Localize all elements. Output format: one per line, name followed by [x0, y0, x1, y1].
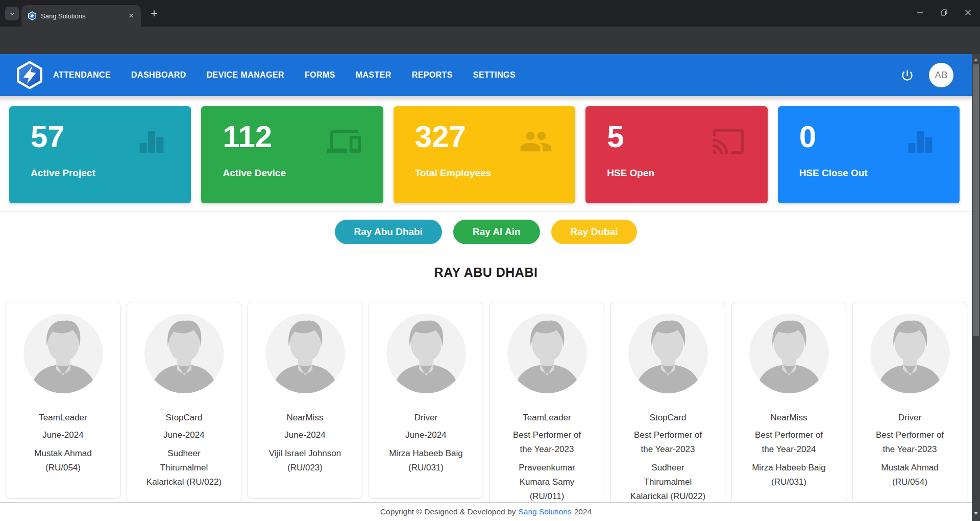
employee-cards-row: TeamLeader June-2024 Mustak Ahmad (RU/05…	[6, 302, 967, 517]
window-restore-button[interactable]	[932, 0, 956, 25]
logout-power-icon[interactable]	[900, 68, 914, 82]
page-scrollbar[interactable]	[972, 54, 980, 521]
window-close-button[interactable]	[956, 0, 980, 25]
stat-label: Active Project	[31, 168, 191, 179]
browser-tab[interactable]: Sang Solutions ×	[21, 5, 141, 27]
employee-card[interactable]: StopCard June-2024 Sudheer Thirumalmel K…	[127, 302, 241, 503]
location-button[interactable]: Ray Abu Dhabi	[335, 220, 442, 244]
person-avatar-placeholder	[628, 314, 708, 393]
tab-close-icon[interactable]: ×	[127, 11, 136, 20]
person-avatar-placeholder	[507, 314, 587, 393]
employee-role: Driver	[375, 411, 477, 425]
devices-icon	[327, 125, 361, 158]
tab-search-button[interactable]	[5, 7, 19, 20]
stat-icon-wrap	[135, 125, 168, 158]
employee-card[interactable]: TeamLeader Best Performer of the Year-20…	[489, 302, 604, 517]
bar-chart-icon	[135, 125, 168, 158]
people-icon	[519, 125, 553, 158]
employee-period: June-2024	[25, 428, 102, 442]
minimize-icon	[917, 9, 923, 16]
person-avatar-placeholder	[870, 314, 950, 393]
employee-name: Mirza Habeeb Baig (RU/031)	[751, 461, 827, 489]
stat-icon-wrap	[519, 125, 553, 158]
employee-name: Sudheer Thirumalmel Kalarickal (RU/022)	[630, 461, 706, 504]
scrollbar-down-arrow-icon[interactable]	[974, 512, 978, 515]
browser-toolbar: Not secure 103.120.178.195:90/home V	[0, 27, 980, 54]
location-buttons-row: Ray Abu Dhabi Ray Al Ain Ray Dubai	[0, 220, 972, 244]
employee-card[interactable]: NearMiss June-2024 Vijil Israel Johnson …	[248, 302, 362, 499]
scrollbar-thumb[interactable]	[973, 64, 979, 336]
stat-card[interactable]: 327 Total Employees	[394, 106, 575, 203]
scrollbar-up-arrow-icon[interactable]	[974, 58, 978, 61]
employee-card[interactable]: TeamLeader June-2024 Mustak Ahmad (RU/05…	[6, 302, 120, 499]
employee-period: Best Performer of the Year-2024	[751, 428, 827, 457]
favicon-sang-solutions	[28, 11, 37, 20]
new-tab-button[interactable]: +	[148, 8, 160, 20]
employee-period: Best Performer of the Year-2023	[509, 428, 585, 457]
employee-card[interactable]: Driver June-2024 Mirza Habeeb Baig (RU/0…	[369, 302, 483, 499]
chevron-down-icon	[9, 10, 16, 17]
employee-name: Sudheer Thirumalmel Kalarickal (RU/022)	[146, 446, 223, 489]
employee-name: Mustak Ahmad (RU/054)	[872, 461, 948, 489]
location-button[interactable]: Ray Al Ain	[453, 220, 540, 244]
employee-name: Mirza Habeeb Baig (RU/031)	[388, 446, 464, 475]
app-logo[interactable]	[15, 60, 44, 90]
restore-icon	[941, 9, 947, 16]
person-avatar-placeholder	[386, 314, 466, 393]
person-avatar-placeholder	[23, 314, 103, 393]
employee-period: Best Performer of the Year-2023	[630, 428, 706, 457]
stat-card[interactable]: 112 Active Device	[201, 106, 383, 203]
employee-period: Best Performer of the Year-2023	[872, 428, 948, 457]
stat-card[interactable]: 5 HSE Open	[585, 106, 767, 203]
nav-menu-item[interactable]: ATTENDANCE	[53, 70, 111, 80]
nav-menu-item[interactable]: DASHBOARD	[131, 70, 186, 80]
employee-period: June-2024	[388, 428, 464, 442]
employee-role: StopCard	[133, 411, 235, 425]
stat-label: HSE Close Out	[799, 168, 960, 179]
stat-card[interactable]: 57 Active Project	[9, 106, 191, 203]
employee-card[interactable]: StopCard Best Performer of the Year-2023…	[610, 302, 725, 517]
browser-tab-strip: Sang Solutions × +	[0, 0, 980, 27]
location-button[interactable]: Ray Dubai	[551, 220, 638, 244]
footer: Copyright © Designed & Developed by Sang…	[0, 502, 972, 521]
bar-chart-icon	[903, 125, 937, 158]
stat-card[interactable]: 0 HSE Close Out	[778, 106, 960, 203]
employee-card[interactable]: Driver Best Performer of the Year-2023 M…	[852, 302, 967, 503]
nav-menu-item[interactable]: SETTINGS	[473, 70, 516, 80]
close-icon	[965, 9, 971, 16]
employee-card[interactable]: NearMiss Best Performer of the Year-2024…	[731, 302, 846, 503]
user-avatar[interactable]: AB	[929, 63, 953, 87]
employee-role: NearMiss	[254, 411, 356, 425]
stat-label: Active Device	[223, 168, 383, 179]
footer-year: 2024	[574, 507, 592, 516]
window-controls	[908, 0, 980, 25]
section-divider	[0, 211, 972, 212]
nav-menu-item[interactable]: FORMS	[305, 70, 335, 80]
tab-title: Sang Solutions	[41, 12, 122, 20]
main-menu: ATTENDANCEDASHBOARDDEVICE MANAGERFORMSMA…	[53, 54, 516, 96]
person-avatar-placeholder	[749, 314, 829, 393]
nav-menu-item[interactable]: DEVICE MANAGER	[207, 70, 284, 80]
employee-role: StopCard	[617, 411, 719, 425]
person-avatar-placeholder	[265, 314, 345, 393]
app-navbar: ATTENDANCEDASHBOARDDEVICE MANAGERFORMSMA…	[0, 54, 972, 96]
employee-period: June-2024	[146, 428, 223, 442]
stat-icon-wrap	[712, 125, 745, 158]
employee-period: June-2024	[267, 428, 344, 442]
stat-icon-wrap	[903, 125, 937, 158]
employee-role: TeamLeader	[12, 411, 114, 425]
stat-label: Total Employees	[415, 168, 575, 179]
employee-name: Vijil Israel Johnson (RU/023)	[267, 446, 344, 475]
window-minimize-button[interactable]	[908, 0, 932, 25]
footer-link[interactable]: Sang Solutions	[518, 507, 571, 516]
nav-menu-item[interactable]: REPORTS	[412, 70, 453, 80]
footer-text: Copyright © Designed & Developed by	[380, 507, 516, 516]
stat-label: HSE Open	[607, 168, 767, 179]
section-title: RAY ABU DHABI	[0, 265, 972, 280]
nav-menu-item[interactable]: MASTER	[356, 70, 391, 80]
navbar-shadow	[0, 96, 972, 102]
employee-name: Praveenkumar Kumara Samy (RU/011)	[509, 461, 585, 504]
employee-role: Driver	[859, 411, 961, 425]
employee-name: Mustak Ahmad (RU/054)	[25, 446, 102, 475]
employee-role: NearMiss	[738, 411, 840, 425]
